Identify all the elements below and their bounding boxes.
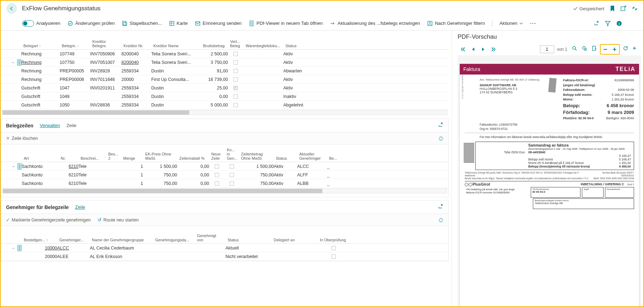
col-status[interactable]: Status bbox=[283, 44, 326, 48]
refresh-doc-action[interactable]: Aktualisierung des ...fsbelegs erzwingen bbox=[330, 21, 420, 26]
tab-line[interactable]: Zeile bbox=[66, 123, 76, 128]
table-row[interactable]: Rechnung107749INV70509068200040Telia Son… bbox=[1, 50, 449, 58]
restart-route-action[interactable]: ↺Route neu starten bbox=[98, 217, 138, 223]
lcol-rabatt[interactable]: Zeilenrabatt % bbox=[177, 156, 209, 160]
bookmark-icon[interactable] bbox=[610, 6, 615, 11]
pdf-first-page[interactable] bbox=[459, 45, 468, 54]
approvers-settings-icon[interactable] bbox=[438, 218, 443, 223]
col-belegart[interactable]: Belegart ↑ bbox=[21, 44, 60, 48]
delete-line-action[interactable]: ✕Zeile löschen bbox=[6, 136, 38, 141]
lines-share-icon[interactable] bbox=[438, 122, 443, 129]
checkbox[interactable] bbox=[234, 69, 238, 73]
horizontal-scrollbar[interactable] bbox=[2, 110, 447, 115]
pdf-reload[interactable] bbox=[621, 44, 630, 53]
checkbox[interactable] bbox=[332, 254, 336, 259]
lcol-zbetrag[interactable]: Zeilenbetrag Ohne MwSt. bbox=[239, 152, 274, 160]
checkbox[interactable] bbox=[234, 77, 238, 82]
row-actions-button[interactable] bbox=[17, 59, 21, 66]
pdf-search[interactable] bbox=[570, 44, 579, 53]
checkbox[interactable] bbox=[215, 164, 219, 169]
col-vert[interactable]: Vert... Beleg bbox=[228, 39, 244, 48]
pdf-zoom-out[interactable] bbox=[601, 45, 610, 54]
lcol-ek[interactable]: EK-Preis Ohne MwSt. bbox=[143, 152, 177, 160]
filter-approver-action[interactable]: Nach Genehmiger filtern bbox=[427, 21, 485, 26]
table-row[interactable]: →10000ALCCAL Cecilia CederbaumAktuell bbox=[1, 244, 448, 252]
col-kbelegnr[interactable]: Kreditor Belegnr. bbox=[90, 39, 121, 48]
checkbox[interactable] bbox=[230, 181, 234, 186]
checkbox[interactable] bbox=[234, 86, 238, 90]
popout-icon[interactable] bbox=[621, 6, 626, 11]
table-row[interactable]: →Sachkonto6210Tele11 500,000,001 500,00A… bbox=[1, 162, 448, 171]
pdf-next-page[interactable] bbox=[479, 45, 487, 54]
lcol-nr[interactable]: Nr. bbox=[59, 156, 78, 160]
acol-gen[interactable]: Genehmiger... bbox=[57, 238, 90, 242]
table-row[interactable]: Sachkonto6210Tele1750,000,00750,00AktivA… bbox=[1, 171, 448, 179]
table-row[interactable]: Gutschrift1050INV288362559334Dustin5 000… bbox=[1, 101, 449, 109]
actions-menu[interactable]: Aktionen bbox=[500, 21, 523, 26]
table-row[interactable]: Sachkonto6210Tele1750,000,00750,00AktivA… bbox=[1, 179, 448, 188]
checkbox[interactable] bbox=[234, 94, 238, 99]
table-row[interactable]: RechnungPREP00008INV701164620000First Up… bbox=[1, 75, 449, 84]
pdf-undo[interactable] bbox=[631, 44, 640, 53]
more-actions[interactable] bbox=[530, 23, 536, 24]
pdf-fitwidth[interactable] bbox=[580, 44, 589, 53]
lines-settings-icon[interactable] bbox=[438, 136, 443, 141]
checkbox[interactable] bbox=[234, 60, 238, 65]
table-row[interactable]: Gutschrift1047INV02019112559334Dustin25,… bbox=[1, 84, 449, 92]
lcol-status[interactable]: Status bbox=[274, 156, 297, 160]
pdf-prev-page[interactable] bbox=[469, 45, 477, 54]
batch-action[interactable]: Stapelbuchen... bbox=[122, 21, 162, 26]
pdf-tab-action[interactable]: PDf-Viewer in neuem Tab öffnen bbox=[249, 21, 323, 26]
toggle-pill-icon[interactable] bbox=[22, 20, 34, 27]
pdf-page-input[interactable] bbox=[540, 45, 554, 53]
table-row[interactable]: Gutschrift10492559334Dustin0,00Inaktiv bbox=[1, 92, 449, 101]
col-knr[interactable]: Kreditor Nr. bbox=[121, 44, 151, 48]
check-changes-action[interactable]: Änderungen prüfen bbox=[67, 21, 115, 26]
lcol-art[interactable]: Art bbox=[22, 156, 59, 160]
acol-best[interactable]: Bestellgen... ↑ bbox=[22, 238, 57, 242]
acol-del[interactable]: Delegiert an bbox=[272, 238, 318, 242]
pdf-fitpage[interactable] bbox=[590, 44, 599, 53]
checkbox[interactable] bbox=[234, 103, 238, 107]
lcol-besch2[interactable]: Bes... 2 bbox=[106, 152, 121, 160]
table-row[interactable]: →Rechnung107750INV70510078200040Telia So… bbox=[1, 58, 449, 67]
acol-date[interactable]: Genehmigungsda... bbox=[153, 238, 195, 242]
acol-von[interactable]: Genehmigt von bbox=[195, 234, 225, 242]
col-belegnr[interactable]: Belegnr. ↑ bbox=[60, 44, 90, 48]
pdf-zoom-in[interactable] bbox=[610, 45, 619, 54]
pdf-last-page[interactable] bbox=[489, 45, 497, 54]
checkbox[interactable] bbox=[230, 173, 234, 177]
lines-hscroll[interactable] bbox=[2, 188, 447, 193]
table-row[interactable]: 20000ALEEAL Erik ErikssonNicht verarbeit… bbox=[1, 252, 448, 261]
approve-marked-action[interactable]: ✓Markierte Genehmigerzeile genehmigen bbox=[6, 217, 91, 223]
approvers-tab-line[interactable]: Zeile bbox=[75, 204, 85, 210]
acol-rev[interactable]: In Überprüfung bbox=[318, 238, 350, 242]
analyze-toggle[interactable]: Analysieren bbox=[22, 20, 60, 27]
info-icon[interactable]: i bbox=[616, 21, 622, 26]
lcol-menge[interactable]: Menge bbox=[121, 156, 143, 160]
reminder-action[interactable]: Erinnerung senden bbox=[195, 21, 242, 26]
collapse-icon[interactable] bbox=[632, 6, 638, 11]
row-actions-button[interactable] bbox=[17, 163, 22, 170]
table-row[interactable]: RechnungPREP00005INV289282559334Dustin91… bbox=[1, 67, 449, 75]
row-actions-button[interactable] bbox=[17, 245, 22, 251]
map-action[interactable]: Karte bbox=[169, 21, 188, 26]
lcol-geneh[interactable]: Aktueller Genehmiger bbox=[297, 152, 327, 160]
lcol-blank[interactable]: Be... bbox=[327, 156, 337, 160]
filter-icon[interactable] bbox=[605, 21, 611, 26]
lcol-besch[interactable]: Beschrei... bbox=[78, 156, 106, 160]
checkbox[interactable] bbox=[230, 164, 234, 169]
col-brutto[interactable]: Bruttobetrag bbox=[201, 44, 228, 48]
acol-status[interactable]: Status bbox=[225, 238, 272, 242]
lcol-kopie[interactable]: Ko... in Gen... bbox=[225, 148, 239, 160]
checkbox[interactable] bbox=[332, 246, 336, 250]
checkbox[interactable] bbox=[215, 181, 219, 186]
lcol-neue[interactable]: Neue Zeile bbox=[209, 152, 225, 160]
share-icon[interactable] bbox=[594, 21, 599, 26]
tab-manage[interactable]: Verwalten bbox=[40, 123, 60, 128]
col-kname[interactable]: Kreditor Name bbox=[151, 44, 201, 48]
col-waren[interactable]: Warenbegleitdoku... bbox=[244, 44, 283, 48]
approvers-share-icon[interactable] bbox=[438, 204, 443, 210]
checkbox[interactable] bbox=[215, 173, 219, 177]
acol-gname[interactable]: Name der Genehmigergruppe bbox=[90, 238, 153, 242]
